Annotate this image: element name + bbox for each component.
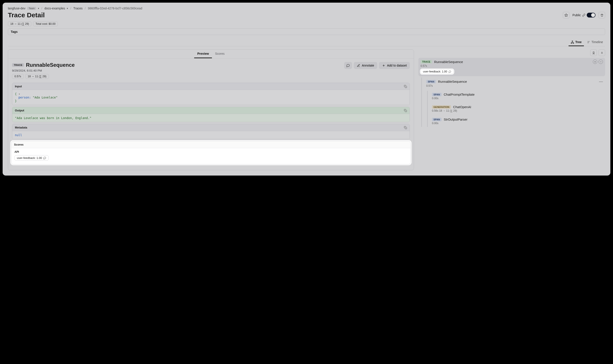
metadata-body: null — [12, 131, 410, 139]
link-icon — [582, 13, 586, 17]
annotate-button[interactable]: Annotate — [354, 62, 377, 69]
tab-timeline-label: Timeline — [592, 40, 603, 44]
star-button[interactable] — [563, 12, 569, 18]
chevron-down-icon[interactable]: ▾ — [38, 7, 39, 10]
node-title: RunnableSequence — [438, 80, 467, 83]
copy-button[interactable] — [404, 126, 407, 129]
trace-type-badge: TRACE — [12, 63, 24, 67]
tab-tree[interactable]: Tree — [569, 39, 584, 46]
breadcrumb-separator: / — [85, 7, 86, 10]
breadcrumb-separator: / — [70, 7, 71, 10]
node-sub: 0.57s — [426, 84, 603, 87]
cost-chip: Total cost: $0.00 — [33, 21, 58, 26]
add-to-dataset-button[interactable]: Add to dataset — [379, 62, 410, 69]
node-sub: 0.56s 18 → 11 (∑ 29) — [432, 109, 603, 112]
collapse-icon — [600, 51, 604, 54]
chevron-down-icon[interactable]: ▾ — [67, 7, 68, 10]
tokens-chip: 18 → 11 (∑ 29) — [8, 21, 31, 26]
tree-node[interactable]: SPAN StrOutputParser 0.00s — [430, 116, 605, 127]
node-title: RunnableSequence — [434, 60, 463, 64]
breadcrumb-org[interactable]: langfuse-dev — [8, 7, 26, 10]
comment-icon — [43, 156, 46, 159]
node-title: StrOutputParser — [444, 117, 467, 121]
score-pill-text: user-feedback: 1.00 — [17, 156, 42, 160]
node-score-text: user-feedback: 1.00 — [423, 70, 447, 73]
output-label: Output — [15, 109, 24, 112]
score-pill[interactable]: user-feedback: 1.00 — [14, 155, 49, 161]
metadata-label: Metadata — [15, 126, 27, 129]
team-badge: Team — [27, 7, 36, 10]
breadcrumb-project[interactable]: docs-examples — [44, 7, 65, 10]
node-title: ChatPromptTemplate — [444, 92, 475, 96]
comment-button[interactable] — [344, 62, 352, 69]
node-collapse-toggle[interactable]: — — [599, 79, 603, 84]
timeline-icon — [587, 40, 590, 44]
svg-rect-3 — [573, 43, 574, 43]
delete-button[interactable] — [599, 12, 605, 18]
scores-panel: Scores API user-feedback: 1.00 — [11, 141, 411, 164]
svg-rect-1 — [572, 41, 573, 41]
tree-action-button[interactable] — [590, 50, 597, 56]
latency-chip: 0.57s — [12, 74, 24, 79]
collapse-all-button[interactable] — [599, 50, 605, 56]
public-toggle[interactable] — [587, 13, 596, 17]
svg-marker-0 — [565, 13, 567, 16]
subtab-scores[interactable]: Scores — [212, 50, 228, 58]
svg-point-12 — [593, 52, 594, 53]
tags-box[interactable]: Tags — [8, 28, 605, 35]
subtab-preview[interactable]: Preview — [194, 50, 212, 58]
scores-label: Scores — [14, 143, 23, 146]
node-title: ChatOpenAI — [453, 105, 471, 109]
node-type-badge: SPAN — [432, 118, 442, 121]
breadcrumb-section[interactable]: Traces — [73, 7, 82, 10]
tree-node-root[interactable]: TRACE RunnableSequence + − 0.57s user-fe… — [418, 58, 605, 76]
output-body: "Ada Lovelace was born in London, Englan… — [12, 114, 410, 122]
tree-node[interactable]: GENERATION ChatOpenAI 0.56s 18 → 11 (∑ 2… — [430, 103, 605, 115]
tokens-chip: 18 → 11 (∑ 29) — [26, 74, 49, 79]
svg-rect-11 — [405, 127, 407, 129]
comment-icon — [449, 70, 451, 73]
node-type-badge: SPAN — [432, 93, 442, 96]
tree-icon — [571, 40, 574, 44]
node-type-badge: TRACE — [420, 60, 432, 64]
comment-icon — [346, 64, 350, 67]
add-to-dataset-label: Add to dataset — [387, 64, 407, 67]
input-label: Input — [15, 85, 22, 88]
copy-button[interactable] — [404, 85, 407, 88]
copy-button[interactable] — [404, 109, 407, 112]
page-title: Trace Detail — [8, 11, 45, 19]
svg-rect-9 — [405, 86, 407, 88]
node-sub: 0.00s — [432, 122, 603, 125]
badge-icon — [592, 51, 595, 54]
node-type-badge: SPAN — [426, 80, 436, 83]
node-sub: 0.57s — [420, 64, 603, 67]
node-remove-button[interactable]: − — [599, 60, 603, 64]
breadcrumb-trace-id: 9860fffa-02ed-4278-bcf7-c856c569cead — [88, 7, 142, 10]
node-score-pill[interactable]: user-feedback: 1.00 — [420, 69, 454, 74]
annotate-label: Annotate — [362, 64, 374, 67]
svg-rect-2 — [571, 43, 572, 43]
scores-group-label: API — [14, 150, 407, 154]
pencil-square-icon — [357, 64, 360, 67]
trace-title: RunnableSequence — [26, 62, 75, 68]
node-type-badge: GENERATION — [432, 105, 451, 109]
node-add-button[interactable]: + — [593, 60, 597, 64]
svg-rect-10 — [405, 110, 407, 112]
tree-node[interactable]: SPAN ChatPromptTemplate 0.00s — [430, 91, 605, 102]
tab-timeline[interactable]: Timeline — [585, 39, 605, 46]
trace-timestamp: 9/29/2024, 6:01:40 PM — [12, 69, 75, 72]
breadcrumb: langfuse-dev Team ▾ / docs-examples ▾ / … — [8, 7, 605, 10]
public-label: Public — [573, 13, 581, 17]
plus-icon — [382, 64, 385, 67]
input-body: { ▾ person: "Ada Lovelace" } — [12, 90, 410, 105]
breadcrumb-separator: / — [41, 7, 42, 10]
tab-tree-label: Tree — [575, 40, 582, 44]
tree-node[interactable]: SPAN RunnableSequence — 0.57s — [424, 78, 605, 90]
node-sub: 0.00s — [432, 97, 603, 100]
